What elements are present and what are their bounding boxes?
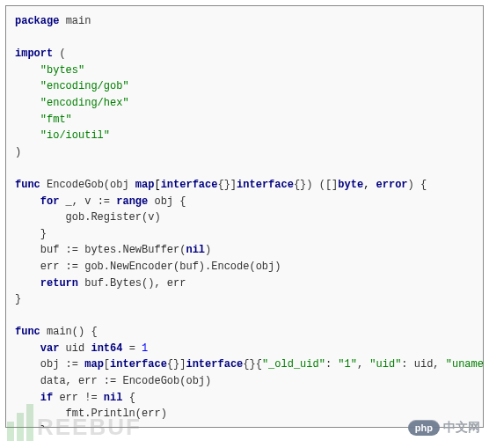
import-hex: "encoding/hex" [40, 97, 129, 109]
fn-encode: EncodeGob(obj [47, 179, 135, 191]
if-cond: err != [53, 392, 104, 404]
import-gob: "encoding/gob" [40, 80, 129, 92]
kw-interface2: interface [237, 179, 294, 191]
import-fmt: "fmt" [40, 114, 72, 126]
buf-tail: ) [205, 244, 211, 256]
kw-func: func [15, 179, 40, 191]
kw-if: if [40, 392, 53, 404]
kw-nil: nil [186, 244, 205, 256]
k-uname: "uname" [446, 358, 484, 371]
kw-interface4: interface [186, 358, 243, 371]
code-content: package main import ( "bytes" "encoding/… [15, 13, 474, 428]
sig-mid: {}] [217, 179, 237, 191]
paren-close: ) [15, 146, 21, 158]
println-err: fmt.Println(err) [66, 408, 167, 420]
k-old-uid: "_old_uid" [262, 358, 325, 371]
bracket: [ [104, 358, 110, 371]
k-uid: "uid" [369, 358, 401, 371]
err-assign: err := gob.NewEncoder(buf).Encode(obj) [40, 261, 281, 273]
gob-register: gob.Register(v) [66, 211, 161, 224]
brace: } [40, 228, 47, 240]
kw-nil2: nil [104, 392, 123, 404]
if-tail: { [122, 392, 135, 404]
eq: = [122, 342, 142, 355]
colon: : [325, 358, 338, 371]
kw-interface: interface [161, 179, 218, 191]
brace3: } [40, 424, 47, 428]
obj-head: obj := [40, 358, 84, 371]
paren: ( [59, 48, 65, 60]
sig-mid2: {}] [167, 358, 186, 371]
fn-main: main() { [47, 326, 98, 338]
kw-map: map [135, 179, 155, 191]
kw-range: range [116, 195, 148, 208]
comma: , [357, 358, 369, 371]
kw-byte: byte [338, 179, 363, 191]
buf-assign: buf := bytes.NewBuffer( [40, 244, 186, 256]
kw-map2: map [84, 358, 104, 371]
kw-interface3: interface [110, 358, 167, 371]
kw-var: var [40, 342, 60, 355]
for-tail: obj { [148, 195, 186, 208]
code-block: package main import ( "bytes" "encoding/… [5, 5, 484, 428]
kw-for: for [40, 195, 60, 208]
colon2: : [401, 358, 413, 371]
kw-int64: int64 [91, 342, 122, 355]
kw-func2: func [15, 326, 40, 338]
lit-open: {}{ [243, 358, 262, 371]
kw-return: return [40, 277, 78, 290]
sig-end: {}) ([] [294, 179, 338, 191]
pkg-name: main [66, 15, 91, 27]
uid-decl: uid [59, 342, 91, 355]
comma2: , [433, 358, 445, 371]
kw-import: import [15, 48, 53, 60]
import-bytes: "bytes" [40, 64, 84, 77]
for-line: _, v := [59, 195, 116, 208]
import-ioutil: "io/ioutil" [40, 129, 110, 142]
kw-package: package [15, 15, 59, 27]
return-tail: buf.Bytes(), err [78, 277, 186, 290]
kw-error: error [376, 179, 408, 191]
sig-tail: ) { [408, 179, 427, 191]
num-one: 1 [142, 342, 148, 355]
v-uid: uid [414, 358, 434, 371]
brace2: } [15, 293, 21, 305]
v-old-uid: "1" [338, 358, 357, 371]
data-assign: data, err := EncodeGob(obj) [40, 375, 211, 387]
